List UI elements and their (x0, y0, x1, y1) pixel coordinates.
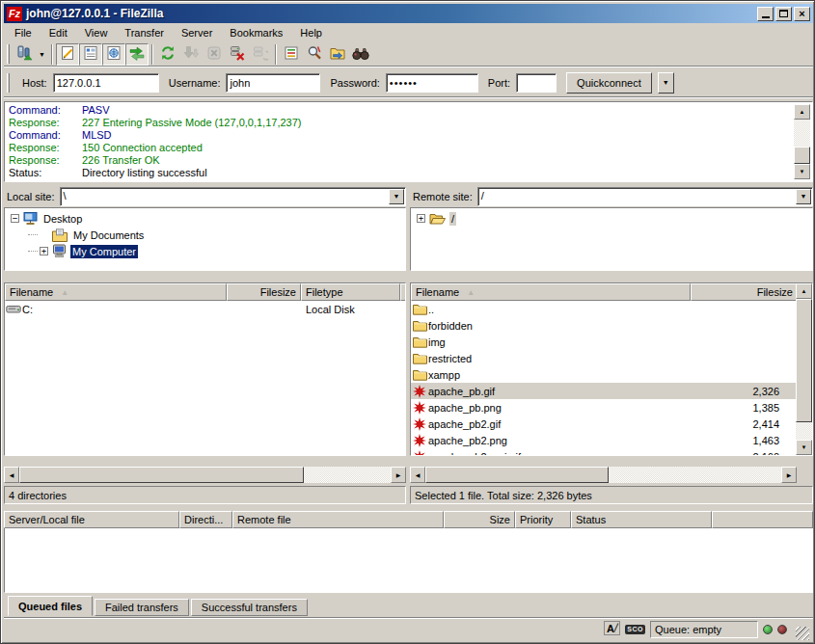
column-header-filename[interactable]: Filename▲ (411, 283, 691, 301)
remote-site-dropdown-button[interactable]: ▼ (796, 189, 811, 204)
tree-item-[interactable]: +/ (413, 210, 810, 227)
scroll-left-button[interactable]: ◀ (410, 467, 425, 483)
quickbar-grip (7, 73, 10, 93)
local-site-dropdown-button[interactable]: ▼ (389, 189, 404, 204)
site-manager-dropdown-button[interactable]: ▼ (36, 43, 48, 66)
directory-comparison-button[interactable] (303, 43, 326, 66)
toggle-local-tree-button[interactable] (79, 43, 102, 66)
port-label: Port: (488, 77, 510, 89)
file-row-[interactable]: .. (411, 301, 796, 317)
scroll-down-button[interactable]: ▼ (796, 440, 812, 455)
column-header-filesize[interactable]: Filesize (691, 283, 798, 301)
site-manager-button[interactable] (13, 43, 36, 66)
scroll-up-button[interactable]: ▲ (794, 104, 810, 120)
expand-icon[interactable]: + (40, 247, 48, 255)
menu-item-view[interactable]: View (76, 25, 117, 40)
synchronized-browsing-button[interactable] (326, 43, 349, 66)
column-header-filetype[interactable]: Filetype (301, 283, 400, 301)
column-header-l[interactable]: L (400, 283, 406, 301)
menu-item-file[interactable]: File (6, 25, 41, 40)
reconnect-icon (253, 45, 268, 63)
local-hscrollbar[interactable]: ◀ ▶ (4, 467, 406, 483)
tab-queued-files[interactable]: Queued files (8, 596, 93, 616)
transfer-type-icon[interactable]: A (604, 621, 620, 637)
maximize-button[interactable] (775, 7, 792, 21)
quickconnect-bar: Host: Username: Password: Port: Quickcon… (4, 67, 813, 98)
quickconnect-button[interactable]: Quickconnect (566, 72, 652, 94)
column-header-directi[interactable]: Directi... (179, 511, 232, 528)
tab-failed-transfers[interactable]: Failed transfers (95, 599, 189, 616)
log-scrollbar-thumb[interactable] (794, 147, 810, 164)
process-queue-button[interactable] (179, 43, 203, 66)
column-header-filesize[interactable]: Filesize (227, 283, 301, 301)
column-header-size[interactable]: Size (444, 511, 515, 528)
log-line-text: 226 Transfer OK (82, 154, 160, 167)
remote-hscrollbar-thumb[interactable] (425, 467, 609, 483)
menu-item-bookmarks[interactable]: Bookmarks (221, 25, 291, 40)
expand-icon[interactable]: + (417, 214, 425, 223)
port-input[interactable] (516, 73, 557, 93)
file-row-restricted[interactable]: restricted (411, 350, 796, 366)
file-row-apache-pb-gif[interactable]: apache_pb.gif2,326 (411, 383, 796, 399)
quickconnect-dropdown-button[interactable]: ▼ (658, 72, 674, 94)
column-header-label: Size (490, 514, 510, 525)
tree-item-desktop[interactable]: −Desktop (7, 210, 403, 227)
resize-grip[interactable] (796, 627, 809, 640)
collapse-icon[interactable]: − (11, 214, 19, 223)
column-header-status[interactable]: Status (571, 511, 712, 528)
column-header-remote-file[interactable]: Remote file (232, 511, 444, 528)
tree-item-my-computer[interactable]: +My Computer (7, 243, 403, 259)
log-line-text: MLSD (82, 129, 112, 142)
scroll-up-button[interactable]: ▲ (796, 283, 812, 299)
documents-icon (52, 228, 68, 242)
menu-item-transfer[interactable]: Transfer (116, 25, 173, 40)
tree-item-my-documents[interactable]: My Documents (7, 227, 403, 243)
title-bar[interactable]: Fz john@127.0.0.1 - FileZilla × (4, 4, 813, 23)
file-row-apache-pb2-png[interactable]: apache_pb2.png1,463 (411, 432, 796, 448)
file-row-img[interactable]: img (411, 334, 796, 350)
toggle-remote-tree-button[interactable] (102, 43, 125, 66)
file-row-xampp[interactable]: xampp (411, 366, 796, 383)
disconnect-button[interactable] (226, 43, 249, 66)
file-row-c[interactable]: C:Local Disk (5, 301, 405, 317)
file-row-apache-pb-png[interactable]: apache_pb.png1,385 (411, 399, 796, 416)
file-name: C: (22, 304, 227, 315)
menu-item-server[interactable]: Server (173, 25, 221, 40)
filter-button[interactable] (280, 43, 303, 66)
menu-item-help[interactable]: Help (291, 25, 331, 40)
remote-site-combobox[interactable]: / ▼ (477, 187, 813, 206)
file-row-apache-pb2-ani-gif[interactable]: apache_pb2_ani.gif2,160 (411, 448, 796, 456)
local-site-combobox[interactable]: \ ▼ (60, 187, 406, 206)
log-scrollbar[interactable]: ▲ ▼ (794, 104, 810, 179)
remote-vscrollbar[interactable]: ▲ ▼ (796, 283, 812, 455)
comparison-icon (307, 45, 322, 63)
username-input[interactable] (226, 73, 320, 93)
minimize-button[interactable] (757, 7, 774, 21)
remote-hscrollbar[interactable]: ◀ ▶ (410, 467, 797, 483)
column-header-priority[interactable]: Priority (515, 511, 571, 528)
password-input[interactable] (386, 73, 478, 93)
cancel-operation-button[interactable] (203, 43, 226, 66)
scroll-down-button[interactable]: ▼ (794, 164, 810, 179)
disk-icon (5, 303, 22, 315)
host-input[interactable] (53, 73, 159, 93)
file-row-apache-pb2-gif[interactable]: apache_pb2.gif2,414 (411, 416, 796, 432)
column-header-server-local-file[interactable]: Server/Local file (4, 511, 179, 528)
close-button[interactable]: × (794, 7, 810, 21)
menu-item-edit[interactable]: Edit (41, 25, 76, 40)
refresh-button[interactable] (156, 43, 179, 66)
column-header-filename[interactable]: Filename▲ (5, 283, 227, 301)
scroll-right-button[interactable]: ▶ (781, 467, 797, 483)
toggle-transfer-queue-button[interactable] (125, 43, 149, 66)
file-row-forbidden[interactable]: forbidden (411, 317, 796, 334)
scroll-left-button[interactable]: ◀ (4, 467, 19, 483)
tab-successful-transfers[interactable]: Successful transfers (191, 599, 308, 616)
find-files-button[interactable] (349, 43, 372, 66)
speed-limit-icon[interactable]: SCO (625, 625, 645, 634)
chevron-down-icon: ▼ (394, 193, 400, 200)
reconnect-button[interactable] (249, 43, 272, 66)
remote-vscrollbar-thumb[interactable] (796, 299, 812, 422)
scroll-right-button[interactable]: ▶ (391, 467, 406, 483)
toggle-message-log-button[interactable] (56, 43, 79, 66)
local-hscrollbar-thumb[interactable] (19, 467, 304, 483)
